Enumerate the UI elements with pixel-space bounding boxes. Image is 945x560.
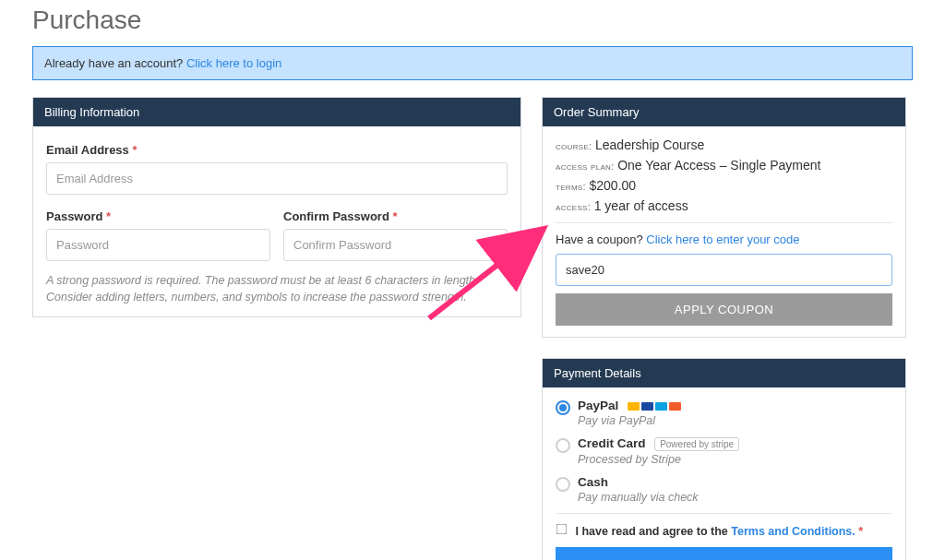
- payment-cash-title: Cash: [578, 475, 608, 489]
- login-notice: Already have an account? Click here to l…: [32, 46, 913, 80]
- summary-divider: [556, 222, 892, 223]
- radio-cash[interactable]: [556, 477, 570, 492]
- payment-cc-title: Credit Card: [578, 436, 646, 450]
- payment-cash-sub: Pay manually via check: [578, 491, 699, 504]
- stripe-badge: Powered by stripe: [654, 437, 739, 451]
- paypal-cards-icon: [628, 402, 681, 411]
- billing-header: Billing Information: [33, 98, 520, 126]
- coupon-prompt-text: Have a coupon?: [556, 232, 646, 246]
- password-label-text: Password: [46, 209, 102, 223]
- summary-course-val: Leadership Course: [595, 137, 704, 152]
- required-asterisk: *: [858, 525, 863, 538]
- coupon-reveal-link[interactable]: Click here to enter your code: [646, 232, 799, 246]
- payment-paypal-sub: Pay via PayPal: [578, 414, 681, 427]
- email-field[interactable]: [46, 162, 508, 195]
- summary-terms-key: TERMS:: [556, 181, 586, 192]
- buy-now-button[interactable]: BUY NOW: [556, 547, 892, 560]
- login-notice-text: Already have an account?: [44, 56, 186, 70]
- required-asterisk: *: [392, 209, 397, 223]
- terms-prefix: I have read and agree to the: [575, 525, 731, 538]
- payment-cc-sub: Processed by Stripe: [578, 453, 739, 466]
- confirm-password-field[interactable]: [283, 229, 508, 261]
- page-title: Purchase: [32, 6, 913, 35]
- summary-plan-key: ACCESS PLAN:: [556, 161, 615, 172]
- apply-coupon-button[interactable]: APPLY COUPON: [556, 293, 892, 326]
- payment-option-paypal[interactable]: PayPal Pay via PayPal: [556, 399, 892, 427]
- payment-divider: [556, 513, 892, 514]
- coupon-field[interactable]: [556, 254, 892, 286]
- summary-course-key: COURSE:: [556, 140, 592, 151]
- coupon-prompt: Have a coupon? Click here to enter your …: [556, 232, 892, 246]
- payment-details-panel: Payment Details PayPal Pay via PayPal: [542, 358, 906, 560]
- required-asterisk: *: [132, 143, 137, 157]
- order-summary-header: Order Summary: [543, 98, 905, 126]
- email-label-text: Email Address: [46, 143, 129, 157]
- confirm-password-label: Confirm Password *: [283, 209, 508, 223]
- email-label: Email Address *: [46, 143, 508, 157]
- radio-credit-card[interactable]: [556, 438, 570, 453]
- summary-plan-val: One Year Access – Single Payment: [617, 158, 820, 173]
- payment-paypal-title: PayPal: [578, 399, 618, 412]
- summary-access-key: ACCESS:: [556, 201, 591, 212]
- terms-row: I have read and agree to the Terms and C…: [556, 523, 892, 538]
- terms-checkbox[interactable]: [556, 524, 568, 535]
- radio-paypal[interactable]: [556, 400, 570, 415]
- payment-details-header: Payment Details: [543, 359, 905, 387]
- summary-terms-val: $200.00: [589, 178, 636, 193]
- order-summary-panel: Order Summary COURSE: Leadership Course …: [542, 97, 906, 338]
- summary-access-val: 1 year of access: [594, 198, 688, 213]
- confirm-password-label-text: Confirm Password: [283, 209, 389, 223]
- password-hint: A strong password is required. The passw…: [46, 272, 508, 305]
- password-field[interactable]: [46, 229, 270, 261]
- payment-option-cash[interactable]: Cash Pay manually via check: [556, 475, 892, 504]
- payment-option-credit-card[interactable]: Credit Card Powered by stripe Processed …: [556, 436, 892, 466]
- terms-link[interactable]: Terms and Conditions.: [731, 525, 855, 538]
- required-asterisk: *: [106, 209, 111, 223]
- login-link[interactable]: Click here to login: [186, 56, 281, 70]
- billing-panel: Billing Information Email Address * Pass…: [32, 97, 521, 317]
- password-label: Password *: [46, 209, 270, 223]
